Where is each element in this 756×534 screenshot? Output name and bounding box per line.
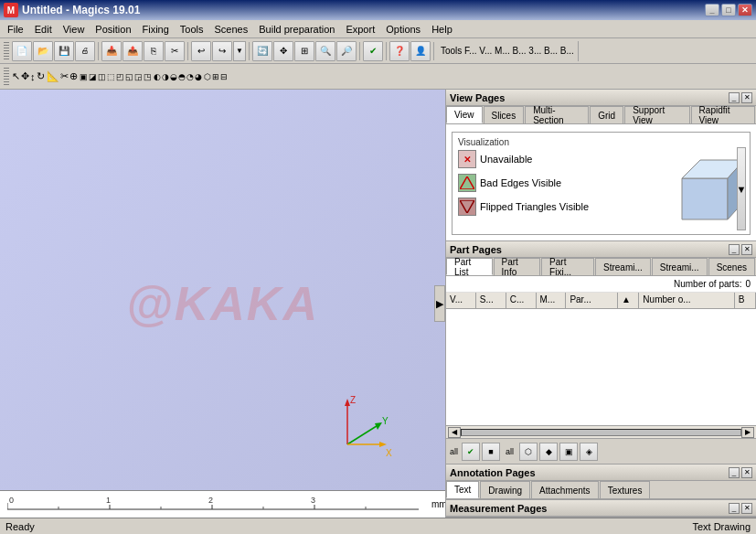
tb-zoom-in[interactable]: 🔍 xyxy=(315,41,335,61)
menu-tools[interactable]: Tools xyxy=(175,22,209,37)
tab-text[interactable]: Text xyxy=(446,481,479,498)
tb2-rotate[interactable]: ↻ xyxy=(37,70,45,82)
maximize-button[interactable]: □ xyxy=(721,4,736,16)
tb-open[interactable]: 📂 xyxy=(33,41,53,61)
uncheck-all[interactable]: ■ xyxy=(482,443,500,461)
menu-position[interactable]: Position xyxy=(90,22,136,37)
tb2-view3[interactable]: ◫ xyxy=(98,72,106,81)
scroll-left[interactable]: ◀ xyxy=(448,427,461,438)
tab-part-fixi[interactable]: Part Fixi... xyxy=(541,258,594,275)
tb2-view6[interactable]: ◱ xyxy=(125,72,133,81)
tb-undo[interactable]: ↩ xyxy=(191,41,211,61)
all-label-1: all xyxy=(450,447,458,456)
panel-collapse-arrow[interactable]: ▶ xyxy=(434,285,445,322)
tab-view[interactable]: View xyxy=(446,106,483,123)
menu-build-preparation[interactable]: Build preparation xyxy=(253,22,340,37)
check-all[interactable]: ✔ xyxy=(462,443,480,461)
view-pages-minimize[interactable]: _ xyxy=(729,92,740,103)
tb2-extra1[interactable]: ⬡ xyxy=(204,72,211,81)
annotation-close[interactable]: ✕ xyxy=(741,467,752,478)
tb2-measure[interactable]: 📐 xyxy=(47,70,59,82)
annotation-minimize[interactable]: _ xyxy=(729,467,740,478)
tb2-extra2[interactable]: ⊞ xyxy=(212,72,219,81)
scroll-track[interactable] xyxy=(461,429,741,436)
tb-zoom-fit[interactable]: ⊞ xyxy=(294,41,314,61)
tb-circle[interactable]: ◈ xyxy=(580,443,598,461)
tab-streami2[interactable]: Streami... xyxy=(652,258,708,275)
tab-scenes[interactable]: Scenes xyxy=(708,258,755,275)
tb-diamond[interactable]: ◆ xyxy=(539,443,558,461)
tab-textures[interactable]: Textures xyxy=(600,481,651,498)
tb-zoom-out[interactable]: 🔎 xyxy=(336,41,357,61)
tb-delete[interactable]: ✂ xyxy=(165,41,185,61)
3d-viewport[interactable]: ▶ @KAKA Z Y X xyxy=(0,90,445,518)
tb-copy[interactable]: ⎘ xyxy=(144,41,164,61)
tab-support-view[interactable]: Support View xyxy=(624,106,689,123)
tb2-view2[interactable]: ◪ xyxy=(89,72,97,81)
close-button[interactable]: ✕ xyxy=(738,4,752,16)
cube-scroll[interactable]: ▼ xyxy=(737,147,746,230)
tb-save2[interactable]: 🖨 xyxy=(75,41,95,61)
menu-export[interactable]: Export xyxy=(340,22,380,37)
view-pages-close[interactable]: ✕ xyxy=(741,92,752,103)
tb2-view8[interactable]: ◳ xyxy=(144,72,152,81)
tb-import[interactable]: 📥 xyxy=(101,41,122,61)
tb2-shade3[interactable]: ◒ xyxy=(170,72,177,81)
tb-new[interactable]: 📄 xyxy=(12,41,32,61)
tb2-boolean[interactable]: ⊕ xyxy=(69,70,78,82)
tab-drawing[interactable]: Drawing xyxy=(480,481,530,498)
tb2-cut[interactable]: ✂ xyxy=(60,70,69,82)
tb-help[interactable]: ❓ xyxy=(389,41,410,61)
th-sort[interactable]: ▲ xyxy=(618,293,639,308)
part-pages-close[interactable]: ✕ xyxy=(741,244,752,255)
tb-save[interactable]: 💾 xyxy=(54,41,74,61)
tab-multi-section[interactable]: Multi-Section xyxy=(525,106,589,123)
tb2-select[interactable]: ↖ xyxy=(12,70,20,82)
tab-grid[interactable]: Grid xyxy=(590,106,623,123)
tab-attachments[interactable]: Attachments xyxy=(531,481,599,498)
tb2-shade2[interactable]: ◑ xyxy=(162,72,169,81)
part-scrollbar[interactable]: ◀ ▶ xyxy=(446,425,756,438)
part-pages-minimize[interactable]: _ xyxy=(729,244,740,255)
menu-fixing[interactable]: Fixing xyxy=(137,22,175,37)
minimize-button[interactable]: _ xyxy=(705,4,719,16)
scroll-right[interactable]: ▶ xyxy=(741,427,754,438)
window-controls: _ □ ✕ xyxy=(705,4,752,16)
tb2-shade6[interactable]: ◕ xyxy=(195,72,202,81)
tb2-view4[interactable]: ⬚ xyxy=(107,72,115,81)
tb2-view5[interactable]: ◰ xyxy=(116,72,124,81)
tb2-scale[interactable]: ↕ xyxy=(30,71,36,82)
menu-view[interactable]: View xyxy=(58,22,91,37)
tab-streami1[interactable]: Streami... xyxy=(595,258,651,275)
tb-redo[interactable]: ↪ xyxy=(212,41,232,61)
tb-arrow-dropdown[interactable]: ▼ xyxy=(233,41,246,61)
tb-move[interactable]: ✥ xyxy=(273,41,293,61)
tb2-view1[interactable]: ▣ xyxy=(80,72,88,81)
viz-row-unavailable: ✕ Unavailable xyxy=(456,147,665,171)
tb-grid[interactable]: ▣ xyxy=(559,443,578,461)
menu-file[interactable]: File xyxy=(2,22,29,37)
measurement-minimize[interactable]: _ xyxy=(729,503,740,514)
menu-options[interactable]: Options xyxy=(380,22,426,37)
svg-marker-22 xyxy=(460,176,474,189)
tb2-extra3[interactable]: ⊟ xyxy=(220,72,228,81)
tb2-view7[interactable]: ◲ xyxy=(134,72,143,81)
menu-edit[interactable]: Edit xyxy=(29,22,58,37)
tb-hex[interactable]: ⬡ xyxy=(519,443,538,461)
tb-check[interactable]: ✔ xyxy=(363,41,383,61)
tab-rapidfit[interactable]: Rapidfit View xyxy=(691,106,755,123)
tb-user[interactable]: 👤 xyxy=(410,41,431,61)
tb-export[interactable]: 📤 xyxy=(122,41,143,61)
tab-part-info[interactable]: Part Info xyxy=(494,258,541,275)
measurement-close[interactable]: ✕ xyxy=(741,503,752,514)
visualization-label: Visualization xyxy=(456,137,511,147)
tab-part-list[interactable]: Part List xyxy=(446,258,493,275)
menu-help[interactable]: Help xyxy=(426,22,458,37)
tb-rotate[interactable]: 🔄 xyxy=(252,41,272,61)
tb2-shade4[interactable]: ◓ xyxy=(178,72,186,81)
tb2-move[interactable]: ✥ xyxy=(21,70,29,82)
tab-slices[interactable]: Slices xyxy=(484,106,525,123)
menu-scenes[interactable]: Scenes xyxy=(209,22,254,37)
tb2-shade5[interactable]: ◔ xyxy=(186,72,194,81)
tb2-shade1[interactable]: ◐ xyxy=(154,72,161,81)
